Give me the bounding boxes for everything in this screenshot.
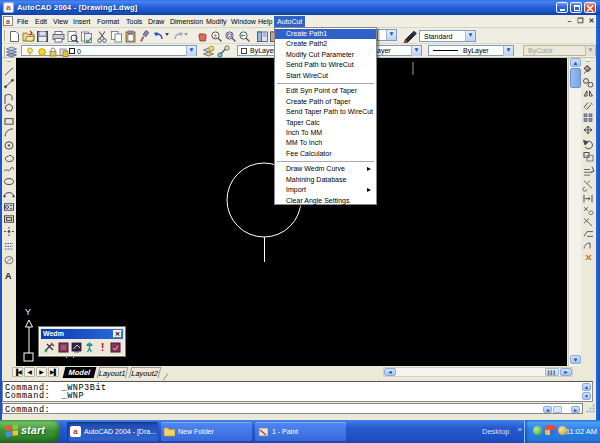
svg-text:A: A	[5, 271, 12, 281]
svg-text:Y: Y	[25, 307, 31, 317]
svg-text:±: ±	[213, 31, 217, 38]
